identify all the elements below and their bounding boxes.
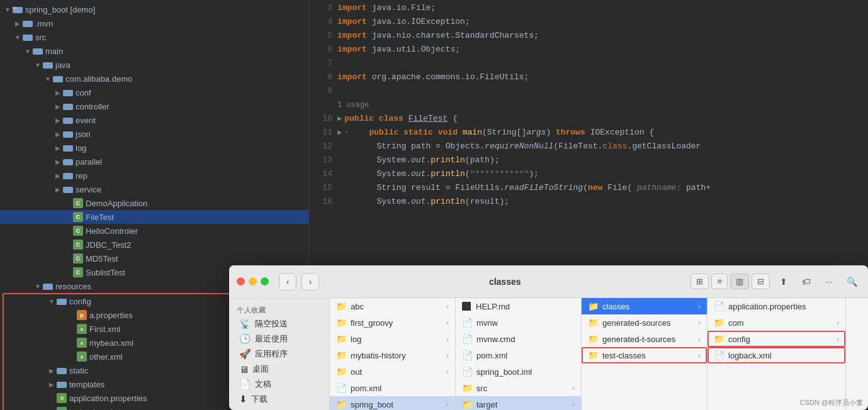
spring-boot-label: spring_boot xyxy=(351,400,393,409)
log-folder-icon xyxy=(63,143,73,152)
back-button[interactable]: ‹ xyxy=(279,273,296,291)
col1-first-groovy[interactable]: 📁 first_groovy › xyxy=(330,314,455,331)
tree-item-jdbc[interactable]: ▶ C JDBC_Test2 xyxy=(0,238,308,252)
maximize-button[interactable] xyxy=(261,277,269,285)
col3-generated-t-sources[interactable]: 📁 generated-t-sources › xyxy=(582,331,707,347)
tree-item-md5[interactable]: ▶ C MD5Test xyxy=(0,252,308,265)
run-arrow-10[interactable]: ▶ xyxy=(337,112,342,126)
mvn-arrow: ▶ xyxy=(13,20,23,27)
tree-item-com[interactable]: ▼ com.alibaba.demo xyxy=(0,72,308,86)
tree-item-demoapplication[interactable]: ▶ C DemoApplication xyxy=(0,196,308,210)
col4-logback[interactable]: 📄 logback.xml xyxy=(707,347,845,363)
search-btn[interactable]: 🔍 xyxy=(843,273,860,291)
tree-item-parallel[interactable]: ▶ parallel xyxy=(0,155,308,169)
column-view-btn[interactable]: ▥ xyxy=(730,274,749,289)
tree-item-log[interactable]: ▶ log xyxy=(0,141,308,155)
tree-root[interactable]: ▼ spring_boot [demo] xyxy=(0,3,308,16)
col3-gen-sources-label: generated-sources xyxy=(602,318,670,328)
src-folder-icon xyxy=(23,33,33,42)
templates-folder-icon xyxy=(57,380,67,389)
sidebar-desktop[interactable]: 🖥 桌面 xyxy=(232,362,327,377)
aprop-label: a.properties xyxy=(89,311,133,320)
forward-button[interactable]: › xyxy=(302,273,319,291)
svg-rect-13 xyxy=(63,173,73,179)
sidebar-apps[interactable]: 🚀 应用程序 xyxy=(232,346,327,362)
apps-icon: 🚀 xyxy=(239,348,251,360)
parallel-folder-icon xyxy=(63,157,73,166)
col3-test-classes[interactable]: 📁 test-classes › xyxy=(582,347,707,363)
col1-abc[interactable]: 📁 abc › xyxy=(330,298,455,314)
rep-folder-icon xyxy=(63,171,73,180)
tree-item-hello[interactable]: ▶ C HelloControler xyxy=(0,224,308,238)
col3-test-classes-label: test-classes xyxy=(602,351,646,360)
col2-target[interactable]: 📁 target › xyxy=(456,396,581,410)
help-label: HELP.md xyxy=(476,302,510,311)
tree-item-event[interactable]: ▶ event xyxy=(0,113,308,127)
event-arrow: ▶ xyxy=(53,117,63,124)
logback-label: logback.xml xyxy=(69,407,113,411)
svg-rect-2 xyxy=(23,21,33,27)
sidebar-airdrop[interactable]: 📡 隔空投送 xyxy=(232,316,327,331)
usage-hint: 1 usage xyxy=(337,98,868,112)
main-label: main xyxy=(45,47,63,56)
col2-help[interactable]: HELP.md xyxy=(456,298,581,314)
col3-classes[interactable]: 📁 classes › xyxy=(582,298,707,314)
col2-mvnwcmd[interactable]: 📄 mvnw.cmd xyxy=(456,331,581,347)
list-view-btn[interactable]: ≡ xyxy=(711,274,728,289)
gallery-view-btn[interactable]: ⊟ xyxy=(752,274,770,289)
share-btn[interactable]: ⬆ xyxy=(775,273,792,291)
col2-src[interactable]: 📁 src › xyxy=(456,380,581,396)
tree-item-java[interactable]: ▼ java xyxy=(0,58,308,72)
json-label: json xyxy=(76,130,91,139)
col4-config[interactable]: 📁 config › xyxy=(707,331,845,347)
icon-view-btn[interactable]: ⊞ xyxy=(690,274,709,289)
col3-generated-sources[interactable]: 📁 generated-sources › xyxy=(582,314,707,331)
finder-sidebar: 个人收藏 📡 隔空投送 🕒 最近使用 🚀 应用程序 🖥 桌面 📄 文稿 xyxy=(229,298,330,410)
col2-src-icon: 📁 xyxy=(462,383,473,393)
sidebar-recents[interactable]: 🕒 最近使用 xyxy=(232,331,327,346)
sidebar-downloads[interactable]: ⬇ 下载 xyxy=(232,392,327,407)
root-label: spring_boot [demo] xyxy=(25,5,95,14)
java-folder-icon xyxy=(43,60,53,69)
tree-item-src[interactable]: ▼ src xyxy=(0,30,308,44)
svg-rect-1 xyxy=(13,7,16,9)
finder-col-3: 📁 classes › 📁 generated-sources › 📁 gene… xyxy=(582,298,707,410)
col2-target-icon: 📁 xyxy=(462,399,473,409)
tree-item-filetest[interactable]: ▶ C FileTest xyxy=(0,210,308,224)
rep-arrow: ▶ xyxy=(53,172,63,179)
col1-out[interactable]: 📁 out › xyxy=(330,363,455,380)
otherxml-label: other.xml xyxy=(89,352,123,362)
docs-icon: 📄 xyxy=(239,379,251,390)
tree-item-rep[interactable]: ▶ rep xyxy=(0,169,308,182)
col1-mybatis[interactable]: 📁 mybatis-history › xyxy=(330,347,455,363)
tag-btn[interactable]: 🏷 xyxy=(798,273,815,291)
tree-item-json[interactable]: ▶ json xyxy=(0,127,308,141)
tree-item-controller[interactable]: ▶ controller xyxy=(0,99,308,113)
more-btn[interactable]: ··· xyxy=(820,273,838,291)
col1-spring-boot[interactable]: 📁 spring_boot › xyxy=(330,396,455,410)
templates-arrow: ▶ xyxy=(47,381,57,388)
tree-item-mvn[interactable]: ▶ .mvn xyxy=(0,16,308,30)
col2-mvnw[interactable]: 📄 mvnw xyxy=(456,314,581,331)
col4-com-arrow: › xyxy=(837,319,839,326)
tree-item-service[interactable]: ▶ service xyxy=(0,182,308,196)
col4-app-props[interactable]: 📄 application.properties xyxy=(707,298,845,314)
col2-springbootm[interactable]: 📄 spring_boot.iml xyxy=(456,363,581,380)
minimize-button[interactable] xyxy=(249,277,257,285)
close-button[interactable] xyxy=(237,277,245,285)
run-arrow-11[interactable]: ▶ xyxy=(337,126,342,140)
md5-label: MD5Test xyxy=(86,254,118,263)
col2-target-arrow: › xyxy=(572,401,575,408)
finder-columns: 📁 abc › 📁 first_groovy › 📁 log › 📁 mybat… xyxy=(330,298,868,410)
abc-arrow: › xyxy=(446,302,449,310)
col4-com[interactable]: 📁 com › xyxy=(707,314,845,331)
col1-log[interactable]: 📁 log › xyxy=(330,331,455,347)
out-folder-icon: 📁 xyxy=(336,367,347,377)
hello-java-icon: C xyxy=(73,226,83,236)
col2-pom[interactable]: 📄 pom.xml xyxy=(456,347,581,363)
help-icon xyxy=(462,302,471,311)
tree-item-main[interactable]: ▼ main xyxy=(0,44,308,58)
col1-pomxml[interactable]: 📄 pom.xml xyxy=(330,380,455,396)
sidebar-docs[interactable]: 📄 文稿 xyxy=(232,377,327,392)
tree-item-conf[interactable]: ▶ conf xyxy=(0,86,308,99)
